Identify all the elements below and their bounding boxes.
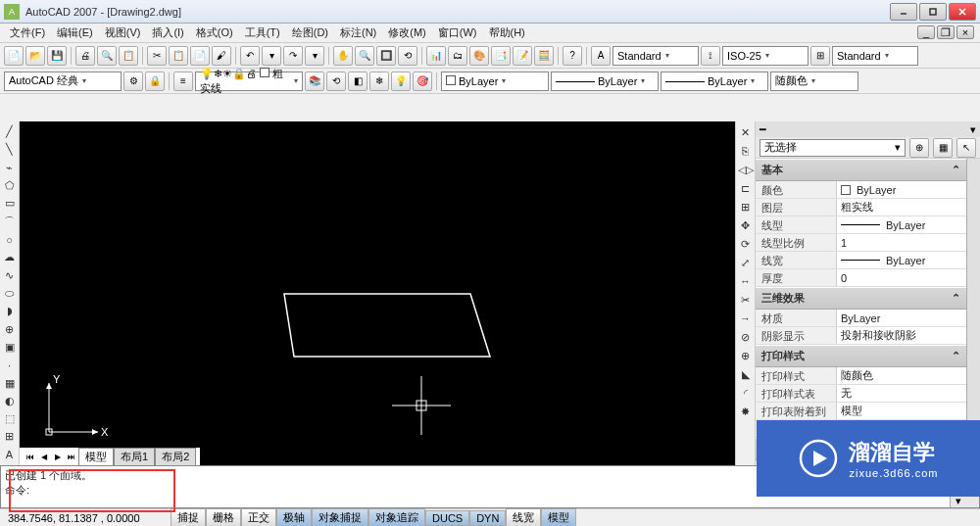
layer-select[interactable]: 💡❄☀🔒🖨 粗实线▾ <box>195 72 303 91</box>
chamfer-icon[interactable]: ◣ <box>737 365 755 383</box>
match-icon[interactable]: 🖌 <box>212 46 231 66</box>
ellipse-icon[interactable]: ⬭ <box>1 285 19 302</box>
textstyle-select[interactable]: Standard▾ <box>612 46 699 66</box>
menu-file[interactable]: 文件(F) <box>4 24 51 42</box>
tp-icon[interactable]: 🎨 <box>469 46 489 66</box>
menu-draw[interactable]: 绘图(D) <box>286 24 334 42</box>
quickselect-icon[interactable]: ⊕ <box>909 138 929 158</box>
layer-freeze-icon[interactable]: ❄ <box>369 72 389 91</box>
polygon-icon[interactable]: ⬠ <box>1 177 19 194</box>
undo-drop[interactable]: ▾ <box>262 46 281 66</box>
grid-toggle[interactable]: 栅格 <box>206 508 241 526</box>
move-icon[interactable]: ✥ <box>737 216 755 234</box>
prop-thick-value[interactable]: 0 <box>836 269 966 286</box>
undo-icon[interactable]: ↶ <box>240 46 260 66</box>
point-icon[interactable]: · <box>1 357 19 373</box>
menu-edit[interactable]: 编辑(E) <box>51 24 99 42</box>
tablestyle-select[interactable]: Standard▾ <box>832 46 918 66</box>
zoom-win-icon[interactable]: 🔲 <box>376 46 396 66</box>
prop-shadow-value[interactable]: 投射和接收阴影 <box>836 327 966 344</box>
stretch-icon[interactable]: ↔ <box>737 272 755 290</box>
prop-pattach-value[interactable]: 模型 <box>836 403 966 419</box>
prop-mat-value[interactable]: ByLayer <box>836 310 966 326</box>
selection-dropdown[interactable]: 无选择▾ <box>760 139 906 157</box>
polar-toggle[interactable]: 极轴 <box>276 508 312 526</box>
tab-last[interactable]: ⏭ <box>65 450 78 463</box>
menu-insert[interactable]: 插入(I) <box>146 24 189 42</box>
rotate-icon[interactable]: ⟳ <box>737 235 755 253</box>
prop-color-value[interactable]: ByLayer <box>836 181 966 198</box>
xline-icon[interactable]: ╲ <box>1 141 19 158</box>
minimize-button[interactable] <box>890 3 917 21</box>
hatch-icon[interactable]: ▦ <box>1 374 19 391</box>
revcloud-icon[interactable]: ☁ <box>1 249 19 265</box>
zoom-prev-icon[interactable]: ⟲ <box>398 46 417 66</box>
ducs-toggle[interactable]: DUCS <box>425 510 469 526</box>
dc-icon[interactable]: 🗂 <box>448 46 467 66</box>
circle-icon[interactable]: ○ <box>1 231 19 248</box>
menu-format[interactable]: 格式(O) <box>190 24 239 42</box>
ws-settings-icon[interactable]: ⚙ <box>123 72 143 91</box>
menu-tools[interactable]: 工具(T) <box>239 24 286 42</box>
lwt-toggle[interactable]: 线宽 <box>506 508 541 526</box>
paste-icon[interactable]: 📄 <box>190 46 210 66</box>
mirror-icon[interactable]: ◁▷ <box>737 161 755 178</box>
dash-handle-icon[interactable]: ━ <box>760 123 766 136</box>
save-icon[interactable]: 💾 <box>47 46 67 66</box>
group-3d[interactable]: 三维效果⌃ <box>756 287 966 310</box>
insert-icon[interactable]: ⊕ <box>1 320 19 337</box>
preview-icon[interactable]: 🔍 <box>97 46 117 66</box>
publish-icon[interactable]: 📋 <box>119 46 138 66</box>
offset-icon[interactable]: ⊏ <box>737 179 755 197</box>
layer-prev-icon[interactable]: ⟲ <box>326 72 346 91</box>
tab-layout2[interactable]: 布局2 <box>155 448 196 466</box>
maximize-button[interactable] <box>919 3 947 21</box>
prop-lweight-value[interactable]: ByLayer <box>836 252 966 268</box>
props-icon[interactable]: 📊 <box>426 46 446 66</box>
spline-icon[interactable]: ∿ <box>1 267 19 284</box>
erase-icon[interactable]: ✕ <box>737 123 755 141</box>
tab-first[interactable]: ⏮ <box>24 450 37 463</box>
mtext-icon[interactable]: A <box>1 447 19 463</box>
ortho-toggle[interactable]: 正交 <box>241 508 276 526</box>
ssm-icon[interactable]: 📑 <box>491 46 511 66</box>
dimstyle-icon[interactable]: ⟟ <box>701 46 720 66</box>
selectobj-icon[interactable]: ↖ <box>956 138 976 158</box>
rectangle-icon[interactable]: ▭ <box>1 195 19 212</box>
region-icon[interactable]: ⬚ <box>1 410 19 427</box>
line-icon[interactable]: ╱ <box>1 123 19 140</box>
layer-match-icon[interactable]: 🎯 <box>413 72 432 91</box>
snap-toggle[interactable]: 捕捉 <box>171 508 206 526</box>
tablestyle-icon[interactable]: ⊞ <box>810 46 830 66</box>
pan-icon[interactable]: ✋ <box>333 46 353 66</box>
pline-icon[interactable]: ⌁ <box>1 160 19 176</box>
prop-pstyle-value[interactable]: 随颜色 <box>836 367 966 384</box>
textstyle-icon[interactable]: A <box>591 46 611 66</box>
layer-iso-icon[interactable]: ◧ <box>348 72 368 91</box>
table-icon[interactable]: ⊞ <box>1 428 19 445</box>
menu-view[interactable]: 视图(V) <box>99 24 147 42</box>
break-icon[interactable]: ⊘ <box>737 328 755 346</box>
prop-ltype-value[interactable]: ByLayer <box>836 216 966 233</box>
open-icon[interactable]: 📂 <box>25 46 45 66</box>
mdi-restore[interactable]: ❐ <box>937 25 955 39</box>
osnap-toggle[interactable]: 对象捕捉 <box>312 508 368 526</box>
plot-icon[interactable]: 🖨 <box>75 46 95 66</box>
drawing-canvas[interactable]: X Y ⏮ ◀ ▶ ⏭ 模型 布局1 布局2 <box>20 121 735 465</box>
tab-layout1[interactable]: 布局1 <box>114 448 155 466</box>
arc-icon[interactable]: ⌒ <box>1 214 19 230</box>
copy-icon[interactable]: 📋 <box>169 46 188 66</box>
trim-icon[interactable]: ✂ <box>737 291 755 309</box>
lineweight-select[interactable]: ByLayer▾ <box>661 72 768 91</box>
plotstyle-select[interactable]: 随颜色▾ <box>770 72 858 91</box>
panel-close-icon[interactable]: ▾ <box>970 123 976 136</box>
otrack-toggle[interactable]: 对象追踪 <box>368 508 425 526</box>
copy2-icon[interactable]: ⎘ <box>737 142 755 160</box>
redo-icon[interactable]: ↷ <box>283 46 303 66</box>
menu-modify[interactable]: 修改(M) <box>382 24 432 42</box>
layer-off-icon[interactable]: 💡 <box>391 72 411 91</box>
mdi-minimize[interactable]: _ <box>917 25 935 39</box>
markup-icon[interactable]: 📝 <box>513 46 532 66</box>
prop-ltscale-value[interactable]: 1 <box>836 234 966 251</box>
help-icon[interactable]: ? <box>563 46 582 66</box>
